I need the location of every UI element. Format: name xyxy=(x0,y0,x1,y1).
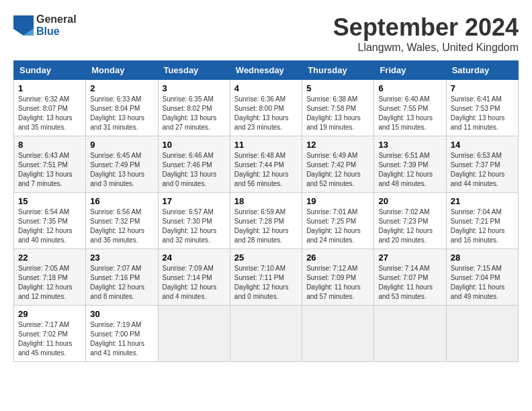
logo-blue-text: Blue xyxy=(36,26,77,38)
logo-text: General Blue xyxy=(36,13,77,37)
day-number: 18 xyxy=(234,196,298,206)
day-number: 2 xyxy=(90,83,153,93)
day-info: Sunrise: 6:33 AMSunset: 8:04 PMDaylight:… xyxy=(90,95,153,132)
table-row: 12Sunrise: 6:49 AMSunset: 7:42 PMDayligh… xyxy=(302,136,374,193)
table-row: 6Sunrise: 6:40 AMSunset: 7:55 PMDaylight… xyxy=(374,80,446,136)
day-info: Sunrise: 6:35 AMSunset: 8:02 PMDaylight:… xyxy=(163,95,226,132)
day-info: Sunrise: 6:59 AMSunset: 7:28 PMDaylight:… xyxy=(234,208,298,245)
day-number: 13 xyxy=(378,140,441,150)
page-header: General Blue September 2024 Llangwm, Wal… xyxy=(13,13,519,54)
table-row xyxy=(230,306,302,362)
title-block: September 2024 Llangwm, Wales, United Ki… xyxy=(333,13,519,54)
day-info: Sunrise: 7:05 AMSunset: 7:18 PMDaylight:… xyxy=(18,264,81,302)
calendar-week-row: 29Sunrise: 7:17 AMSunset: 7:02 PMDayligh… xyxy=(14,306,519,362)
calendar-week-row: 22Sunrise: 7:05 AMSunset: 7:18 PMDayligh… xyxy=(14,249,519,306)
day-number: 27 xyxy=(378,253,441,263)
day-number: 4 xyxy=(234,83,298,93)
table-row: 5Sunrise: 6:38 AMSunset: 7:58 PMDaylight… xyxy=(302,80,374,136)
day-info: Sunrise: 7:15 AMSunset: 7:04 PMDaylight:… xyxy=(451,264,514,302)
day-info: Sunrise: 6:51 AMSunset: 7:39 PMDaylight:… xyxy=(378,151,441,189)
day-number: 25 xyxy=(234,253,298,263)
table-row: 14Sunrise: 6:53 AMSunset: 7:37 PMDayligh… xyxy=(446,136,518,193)
day-number: 16 xyxy=(90,196,153,206)
day-info: Sunrise: 7:12 AMSunset: 7:09 PMDaylight:… xyxy=(306,264,369,302)
day-info: Sunrise: 6:45 AMSunset: 7:49 PMDaylight:… xyxy=(90,151,153,189)
table-row: 4Sunrise: 6:36 AMSunset: 8:00 PMDaylight… xyxy=(230,80,302,136)
day-number: 22 xyxy=(18,253,81,263)
day-number: 6 xyxy=(378,83,441,93)
table-row: 7Sunrise: 6:41 AMSunset: 7:53 PMDaylight… xyxy=(446,80,518,136)
day-number: 7 xyxy=(451,83,514,93)
table-row: 26Sunrise: 7:12 AMSunset: 7:09 PMDayligh… xyxy=(302,249,374,306)
col-thursday: Thursday xyxy=(302,61,374,80)
day-number: 5 xyxy=(306,83,369,93)
table-row: 29Sunrise: 7:17 AMSunset: 7:02 PMDayligh… xyxy=(14,306,86,362)
day-number: 3 xyxy=(163,83,226,93)
day-info: Sunrise: 7:17 AMSunset: 7:02 PMDaylight:… xyxy=(18,320,81,358)
calendar-week-row: 8Sunrise: 6:43 AMSunset: 7:51 PMDaylight… xyxy=(14,136,519,193)
day-info: Sunrise: 7:14 AMSunset: 7:07 PMDaylight:… xyxy=(378,264,441,302)
table-row: 10Sunrise: 6:46 AMSunset: 7:46 PMDayligh… xyxy=(158,136,230,193)
logo-icon xyxy=(13,15,34,36)
table-row: 1Sunrise: 6:32 AMSunset: 8:07 PMDaylight… xyxy=(14,80,86,136)
calendar-week-row: 1Sunrise: 6:32 AMSunset: 8:07 PMDaylight… xyxy=(14,80,519,136)
table-row: 28Sunrise: 7:15 AMSunset: 7:04 PMDayligh… xyxy=(446,249,518,306)
day-info: Sunrise: 6:56 AMSunset: 7:32 PMDaylight:… xyxy=(90,208,153,245)
table-row: 8Sunrise: 6:43 AMSunset: 7:51 PMDaylight… xyxy=(14,136,86,193)
table-row: 23Sunrise: 7:07 AMSunset: 7:16 PMDayligh… xyxy=(86,249,158,306)
day-number: 23 xyxy=(90,253,153,263)
day-info: Sunrise: 6:49 AMSunset: 7:42 PMDaylight:… xyxy=(306,151,369,189)
col-monday: Monday xyxy=(86,61,158,80)
day-info: Sunrise: 6:46 AMSunset: 7:46 PMDaylight:… xyxy=(163,151,226,189)
table-row: 24Sunrise: 7:09 AMSunset: 7:14 PMDayligh… xyxy=(158,249,230,306)
table-row: 21Sunrise: 7:04 AMSunset: 7:21 PMDayligh… xyxy=(446,193,518,249)
calendar-table: Sunday Monday Tuesday Wednesday Thursday… xyxy=(13,60,519,362)
logo: General Blue xyxy=(13,13,77,37)
day-info: Sunrise: 7:07 AMSunset: 7:16 PMDaylight:… xyxy=(90,264,153,302)
col-friday: Friday xyxy=(374,61,446,80)
table-row: 27Sunrise: 7:14 AMSunset: 7:07 PMDayligh… xyxy=(374,249,446,306)
table-row xyxy=(446,306,518,362)
day-number: 29 xyxy=(18,309,81,319)
day-info: Sunrise: 7:01 AMSunset: 7:25 PMDaylight:… xyxy=(306,208,369,245)
table-row: 20Sunrise: 7:02 AMSunset: 7:23 PMDayligh… xyxy=(374,193,446,249)
table-row: 2Sunrise: 6:33 AMSunset: 8:04 PMDaylight… xyxy=(86,80,158,136)
day-info: Sunrise: 6:54 AMSunset: 7:35 PMDaylight:… xyxy=(18,208,81,245)
location-text: Llangwm, Wales, United Kingdom xyxy=(333,42,519,54)
col-wednesday: Wednesday xyxy=(230,61,302,80)
day-info: Sunrise: 7:09 AMSunset: 7:14 PMDaylight:… xyxy=(163,264,226,302)
day-info: Sunrise: 7:04 AMSunset: 7:21 PMDaylight:… xyxy=(451,208,514,245)
table-row: 22Sunrise: 7:05 AMSunset: 7:18 PMDayligh… xyxy=(14,249,86,306)
day-number: 20 xyxy=(378,196,441,206)
day-info: Sunrise: 6:48 AMSunset: 7:44 PMDaylight:… xyxy=(234,151,298,189)
logo-general-text: General xyxy=(36,13,77,26)
day-number: 28 xyxy=(451,253,514,263)
day-number: 24 xyxy=(163,253,226,263)
calendar-header-row: Sunday Monday Tuesday Wednesday Thursday… xyxy=(14,61,519,80)
day-info: Sunrise: 6:40 AMSunset: 7:55 PMDaylight:… xyxy=(378,95,441,132)
table-row: 30Sunrise: 7:19 AMSunset: 7:00 PMDayligh… xyxy=(86,306,158,362)
day-info: Sunrise: 6:41 AMSunset: 7:53 PMDaylight:… xyxy=(451,95,514,132)
table-row xyxy=(374,306,446,362)
day-number: 8 xyxy=(18,140,81,150)
day-info: Sunrise: 6:32 AMSunset: 8:07 PMDaylight:… xyxy=(18,95,81,132)
day-number: 14 xyxy=(451,140,514,150)
table-row: 15Sunrise: 6:54 AMSunset: 7:35 PMDayligh… xyxy=(14,193,86,249)
day-number: 19 xyxy=(306,196,369,206)
day-info: Sunrise: 6:36 AMSunset: 8:00 PMDaylight:… xyxy=(234,95,298,132)
day-number: 9 xyxy=(90,140,153,150)
table-row: 16Sunrise: 6:56 AMSunset: 7:32 PMDayligh… xyxy=(86,193,158,249)
table-row: 19Sunrise: 7:01 AMSunset: 7:25 PMDayligh… xyxy=(302,193,374,249)
col-sunday: Sunday xyxy=(14,61,86,80)
table-row: 13Sunrise: 6:51 AMSunset: 7:39 PMDayligh… xyxy=(374,136,446,193)
day-number: 12 xyxy=(306,140,369,150)
table-row xyxy=(302,306,374,362)
day-number: 17 xyxy=(163,196,226,206)
table-row: 25Sunrise: 7:10 AMSunset: 7:11 PMDayligh… xyxy=(230,249,302,306)
day-number: 26 xyxy=(306,253,369,263)
table-row: 9Sunrise: 6:45 AMSunset: 7:49 PMDaylight… xyxy=(86,136,158,193)
day-info: Sunrise: 6:43 AMSunset: 7:51 PMDaylight:… xyxy=(18,151,81,189)
day-info: Sunrise: 6:53 AMSunset: 7:37 PMDaylight:… xyxy=(451,151,514,189)
day-number: 10 xyxy=(163,140,226,150)
day-number: 21 xyxy=(451,196,514,206)
